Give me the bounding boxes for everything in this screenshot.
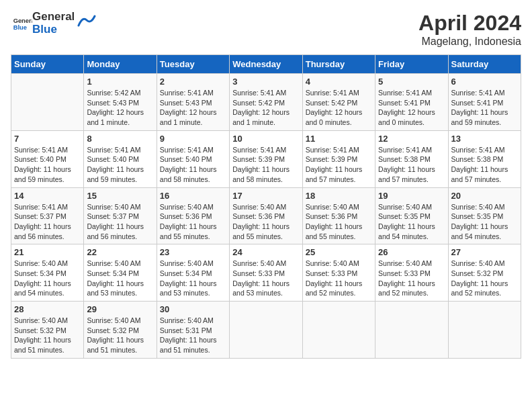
day-info: Sunrise: 5:40 AMSunset: 5:33 PMDaylight:… bbox=[232, 259, 299, 298]
calendar-cell: 27Sunrise: 5:40 AMSunset: 5:32 PMDayligh… bbox=[448, 244, 521, 302]
day-info: Sunrise: 5:40 AMSunset: 5:33 PMDaylight:… bbox=[306, 259, 372, 298]
day-number: 7 bbox=[14, 134, 81, 144]
calendar-cell: 7Sunrise: 5:41 AMSunset: 5:40 PMDaylight… bbox=[11, 130, 84, 187]
calendar-cell: 22Sunrise: 5:40 AMSunset: 5:34 PMDayligh… bbox=[84, 244, 157, 302]
calendar-cell: 19Sunrise: 5:40 AMSunset: 5:35 PMDayligh… bbox=[375, 187, 448, 244]
day-info: Sunrise: 5:40 AMSunset: 5:32 PMDaylight:… bbox=[14, 316, 81, 355]
day-number: 5 bbox=[378, 77, 445, 87]
day-number: 29 bbox=[87, 304, 153, 314]
day-info: Sunrise: 5:42 AMSunset: 5:43 PMDaylight:… bbox=[87, 88, 153, 128]
day-info: Sunrise: 5:41 AMSunset: 5:40 PMDaylight:… bbox=[160, 145, 226, 185]
logo-general-text: General bbox=[32, 11, 75, 24]
calendar-cell: 16Sunrise: 5:40 AMSunset: 5:36 PMDayligh… bbox=[157, 187, 229, 244]
svg-text:Blue: Blue bbox=[13, 24, 27, 30]
week-row-2: 7Sunrise: 5:41 AMSunset: 5:40 PMDaylight… bbox=[11, 130, 521, 187]
day-number: 4 bbox=[306, 77, 372, 87]
day-info: Sunrise: 5:41 AMSunset: 5:37 PMDaylight:… bbox=[14, 202, 81, 242]
logo-blue-text: Blue bbox=[32, 24, 75, 36]
day-info: Sunrise: 5:41 AMSunset: 5:43 PMDaylight:… bbox=[160, 88, 226, 128]
calendar-cell: 5Sunrise: 5:41 AMSunset: 5:41 PMDaylight… bbox=[375, 74, 448, 131]
calendar-cell: 1Sunrise: 5:42 AMSunset: 5:43 PMDaylight… bbox=[84, 74, 157, 131]
day-number: 2 bbox=[160, 77, 226, 87]
header-cell-monday: Monday bbox=[84, 55, 157, 74]
header: General Blue General Blue April 2024 Mag… bbox=[11, 11, 521, 48]
day-number: 25 bbox=[306, 247, 372, 257]
day-info: Sunrise: 5:40 AMSunset: 5:36 PMDaylight:… bbox=[232, 202, 299, 242]
calendar-cell: 25Sunrise: 5:40 AMSunset: 5:33 PMDayligh… bbox=[302, 244, 375, 302]
day-number: 16 bbox=[160, 191, 226, 201]
day-number: 17 bbox=[232, 191, 299, 201]
day-info: Sunrise: 5:40 AMSunset: 5:32 PMDaylight:… bbox=[451, 259, 518, 298]
header-cell-friday: Friday bbox=[375, 55, 448, 74]
day-info: Sunrise: 5:41 AMSunset: 5:40 PMDaylight:… bbox=[87, 145, 153, 185]
day-number: 15 bbox=[87, 191, 153, 201]
day-number: 22 bbox=[87, 247, 153, 257]
day-info: Sunrise: 5:41 AMSunset: 5:39 PMDaylight:… bbox=[232, 145, 299, 185]
calendar-cell: 13Sunrise: 5:41 AMSunset: 5:38 PMDayligh… bbox=[448, 130, 521, 187]
day-info: Sunrise: 5:41 AMSunset: 5:38 PMDaylight:… bbox=[451, 145, 518, 185]
day-number: 12 bbox=[378, 134, 445, 144]
calendar-cell: 2Sunrise: 5:41 AMSunset: 5:43 PMDaylight… bbox=[157, 74, 229, 131]
day-number: 10 bbox=[232, 134, 299, 144]
calendar-cell bbox=[230, 302, 302, 359]
day-info: Sunrise: 5:40 AMSunset: 5:35 PMDaylight:… bbox=[378, 202, 445, 242]
day-info: Sunrise: 5:41 AMSunset: 5:42 PMDaylight:… bbox=[306, 88, 372, 128]
calendar-cell: 21Sunrise: 5:40 AMSunset: 5:34 PMDayligh… bbox=[11, 244, 84, 302]
calendar-cell: 4Sunrise: 5:41 AMSunset: 5:42 PMDaylight… bbox=[302, 74, 375, 131]
day-number: 24 bbox=[232, 247, 299, 257]
day-info: Sunrise: 5:40 AMSunset: 5:31 PMDaylight:… bbox=[160, 316, 226, 355]
calendar-cell: 15Sunrise: 5:40 AMSunset: 5:37 PMDayligh… bbox=[84, 187, 157, 244]
calendar-table: SundayMondayTuesdayWednesdayThursdayFrid… bbox=[11, 54, 521, 359]
page-title: April 2024 bbox=[418, 11, 521, 36]
header-cell-saturday: Saturday bbox=[448, 55, 521, 74]
calendar-cell: 14Sunrise: 5:41 AMSunset: 5:37 PMDayligh… bbox=[11, 187, 84, 244]
calendar-cell: 29Sunrise: 5:40 AMSunset: 5:32 PMDayligh… bbox=[84, 302, 157, 359]
day-info: Sunrise: 5:41 AMSunset: 5:42 PMDaylight:… bbox=[232, 88, 299, 128]
calendar-cell: 17Sunrise: 5:40 AMSunset: 5:36 PMDayligh… bbox=[230, 187, 302, 244]
calendar-cell: 28Sunrise: 5:40 AMSunset: 5:32 PMDayligh… bbox=[11, 302, 84, 359]
day-number: 14 bbox=[14, 191, 81, 201]
day-info: Sunrise: 5:40 AMSunset: 5:36 PMDaylight:… bbox=[160, 202, 226, 242]
day-info: Sunrise: 5:40 AMSunset: 5:34 PMDaylight:… bbox=[14, 259, 81, 298]
calendar-cell: 18Sunrise: 5:40 AMSunset: 5:36 PMDayligh… bbox=[302, 187, 375, 244]
week-row-1: 1Sunrise: 5:42 AMSunset: 5:43 PMDaylight… bbox=[11, 74, 521, 131]
day-info: Sunrise: 5:40 AMSunset: 5:37 PMDaylight:… bbox=[87, 202, 153, 242]
calendar-cell: 9Sunrise: 5:41 AMSunset: 5:40 PMDaylight… bbox=[157, 130, 229, 187]
logo-icon: General Blue bbox=[12, 17, 32, 30]
day-number: 13 bbox=[451, 134, 518, 144]
calendar-cell: 24Sunrise: 5:40 AMSunset: 5:33 PMDayligh… bbox=[230, 244, 302, 302]
header-row: SundayMondayTuesdayWednesdayThursdayFrid… bbox=[11, 55, 521, 74]
calendar-cell: 26Sunrise: 5:40 AMSunset: 5:33 PMDayligh… bbox=[375, 244, 448, 302]
day-info: Sunrise: 5:41 AMSunset: 5:38 PMDaylight:… bbox=[378, 145, 445, 185]
week-row-4: 21Sunrise: 5:40 AMSunset: 5:34 PMDayligh… bbox=[11, 244, 521, 302]
day-number: 11 bbox=[306, 134, 372, 144]
day-info: Sunrise: 5:41 AMSunset: 5:40 PMDaylight:… bbox=[14, 145, 81, 185]
header-cell-wednesday: Wednesday bbox=[230, 55, 302, 74]
day-info: Sunrise: 5:41 AMSunset: 5:41 PMDaylight:… bbox=[378, 88, 445, 128]
calendar-cell bbox=[375, 302, 448, 359]
logo-wave-icon bbox=[77, 13, 96, 28]
day-info: Sunrise: 5:40 AMSunset: 5:36 PMDaylight:… bbox=[306, 202, 372, 242]
calendar-cell: 3Sunrise: 5:41 AMSunset: 5:42 PMDaylight… bbox=[230, 74, 302, 131]
day-number: 9 bbox=[160, 134, 226, 144]
day-number: 18 bbox=[306, 191, 372, 201]
day-number: 27 bbox=[451, 247, 518, 257]
day-info: Sunrise: 5:40 AMSunset: 5:35 PMDaylight:… bbox=[451, 202, 518, 242]
header-cell-sunday: Sunday bbox=[11, 55, 84, 74]
day-info: Sunrise: 5:41 AMSunset: 5:39 PMDaylight:… bbox=[306, 145, 372, 185]
svg-text:General: General bbox=[13, 17, 32, 24]
day-number: 20 bbox=[451, 191, 518, 201]
calendar-cell: 8Sunrise: 5:41 AMSunset: 5:40 PMDaylight… bbox=[84, 130, 157, 187]
day-info: Sunrise: 5:40 AMSunset: 5:32 PMDaylight:… bbox=[87, 316, 153, 355]
week-row-5: 28Sunrise: 5:40 AMSunset: 5:32 PMDayligh… bbox=[11, 302, 521, 359]
calendar-cell bbox=[11, 74, 84, 131]
title-area: April 2024 Magelang, Indonesia bbox=[418, 11, 521, 48]
calendar-cell: 6Sunrise: 5:41 AMSunset: 5:41 PMDaylight… bbox=[448, 74, 521, 131]
day-number: 26 bbox=[378, 247, 445, 257]
day-number: 1 bbox=[87, 77, 153, 87]
day-number: 6 bbox=[451, 77, 518, 87]
day-number: 21 bbox=[14, 247, 81, 257]
day-number: 3 bbox=[232, 77, 299, 87]
day-number: 8 bbox=[87, 134, 153, 144]
header-cell-tuesday: Tuesday bbox=[157, 55, 229, 74]
